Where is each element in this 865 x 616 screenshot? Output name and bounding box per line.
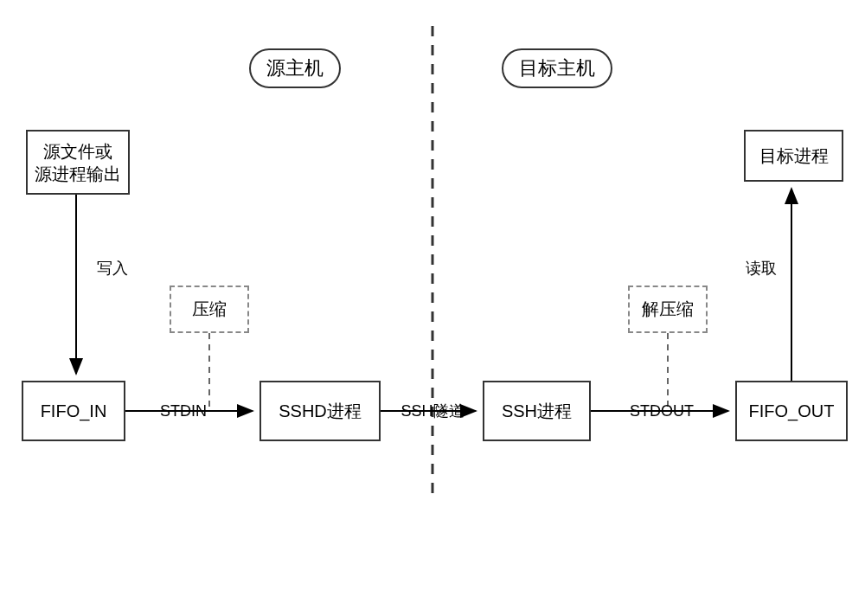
edge-stdin-label: STDIN [160, 402, 207, 420]
diagram-canvas: 源主机 目标主机 源文件或 源进程输出 目标进程 压缩 解压缩 FIFO_IN … [0, 0, 865, 616]
edge-stdout-label: STDOUT [630, 402, 694, 420]
edge-write-label: 写入 [97, 258, 128, 279]
edges-svg [0, 0, 865, 616]
edge-read-label: 读取 [746, 258, 777, 279]
edge-tunnel-label: SSH隧道 [400, 401, 464, 421]
